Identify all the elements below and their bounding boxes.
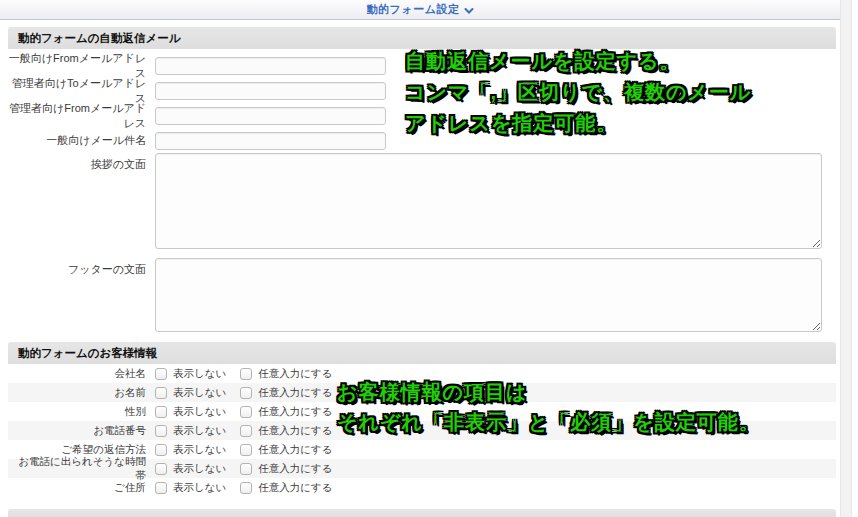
- optional-checkbox[interactable]: [240, 406, 252, 418]
- field-label: 管理者向けFromメールアドレス: [8, 101, 155, 131]
- annotation-auto-reply: 自動返信メールを設定する。 コンマ「,」区切りで、複数のメール アドレスを指定可…: [405, 46, 751, 139]
- optional-checkbox-group[interactable]: 任意入力にする: [240, 462, 332, 476]
- optional-checkbox[interactable]: [240, 482, 252, 494]
- optional-checkbox-label: 任意入力にする: [258, 481, 332, 495]
- form-settings-page: 動的フォーム設定 動的フォームの自動返信メール 一般向けFromメールアドレス …: [0, 0, 858, 517]
- optional-checkbox[interactable]: [240, 387, 252, 399]
- next-section-header-partial: [8, 509, 836, 517]
- annotation-line: 自動返信メールを設定する。: [405, 46, 751, 77]
- annotation-line: アドレスを指定可能。: [405, 108, 751, 139]
- row-label: お名前: [8, 386, 155, 400]
- from-address-admin-input[interactable]: [155, 107, 386, 125]
- footer-textarea[interactable]: [155, 258, 822, 332]
- hide-checkbox[interactable]: [155, 406, 167, 418]
- chevron-down-icon: [464, 1, 474, 19]
- row-label: 性別: [8, 405, 155, 419]
- optional-checkbox-group[interactable]: 任意入力にする: [240, 443, 332, 457]
- hide-checkbox[interactable]: [155, 463, 167, 475]
- form-row: 挨拶の文面: [8, 153, 836, 249]
- optional-checkbox-label: 任意入力にする: [258, 367, 332, 381]
- optional-checkbox-label: 任意入力にする: [258, 462, 332, 476]
- hide-checkbox-label: 表示しない: [173, 443, 226, 457]
- hide-checkbox[interactable]: [155, 425, 167, 437]
- annotation-line: お客様情報の項目は: [337, 377, 760, 407]
- hide-checkbox-group[interactable]: 表示しない: [155, 386, 226, 400]
- hide-checkbox[interactable]: [155, 368, 167, 380]
- hide-checkbox-group[interactable]: 表示しない: [155, 405, 226, 419]
- optional-checkbox-label: 任意入力にする: [258, 405, 332, 419]
- section-title: 動的フォームのお客様情報: [18, 346, 157, 361]
- optional-checkbox[interactable]: [240, 444, 252, 456]
- field-label: 挨拶の文面: [8, 153, 155, 172]
- hide-checkbox-label: 表示しない: [173, 367, 226, 381]
- optional-checkbox[interactable]: [240, 425, 252, 437]
- optional-checkbox-group[interactable]: 任意入力にする: [240, 424, 332, 438]
- form-settings-dropdown[interactable]: 動的フォーム設定: [0, 0, 841, 20]
- optional-checkbox[interactable]: [240, 463, 252, 475]
- hide-checkbox-label: 表示しない: [173, 481, 226, 495]
- vertical-scrollbar[interactable]: [840, 0, 852, 517]
- hide-checkbox-label: 表示しない: [173, 405, 226, 419]
- from-address-public-input[interactable]: [155, 57, 386, 75]
- optional-checkbox-label: 任意入力にする: [258, 424, 332, 438]
- customer-row-call-time: お電話に出られそうな時間帯 表示しない 任意入力にする: [8, 459, 836, 478]
- section-header-customer-info: 動的フォームのお客様情報: [8, 342, 836, 364]
- hide-checkbox-group[interactable]: 表示しない: [155, 481, 226, 495]
- hide-checkbox-label: 表示しない: [173, 462, 226, 476]
- optional-checkbox-group[interactable]: 任意入力にする: [240, 367, 332, 381]
- hide-checkbox[interactable]: [155, 444, 167, 456]
- annotation-line: コンマ「,」区切りで、複数のメール: [405, 77, 751, 108]
- optional-checkbox[interactable]: [240, 368, 252, 380]
- to-address-admin-input[interactable]: [155, 82, 386, 100]
- hide-checkbox-group[interactable]: 表示しない: [155, 462, 226, 476]
- row-label: お電話に出られそうな時間帯: [8, 455, 155, 483]
- row-label: お電話番号: [8, 424, 155, 438]
- annotation-customer-info: お客様情報の項目は それぞれ「非表示」と「必須」を設定可能。: [337, 377, 760, 437]
- hide-checkbox[interactable]: [155, 387, 167, 399]
- row-label: ご住所: [8, 481, 155, 495]
- optional-checkbox-group[interactable]: 任意入力にする: [240, 405, 332, 419]
- optional-checkbox-group[interactable]: 任意入力にする: [240, 386, 332, 400]
- customer-row-address: ご住所 表示しない 任意入力にする: [8, 478, 836, 497]
- field-label: 一般向けメール件名: [8, 133, 155, 148]
- hide-checkbox-group[interactable]: 表示しない: [155, 443, 226, 457]
- optional-checkbox-label: 任意入力にする: [258, 443, 332, 457]
- field-label: フッターの文面: [8, 258, 155, 277]
- dropdown-title: 動的フォーム設定: [367, 2, 460, 17]
- hide-checkbox-label: 表示しない: [173, 386, 226, 400]
- optional-checkbox-group[interactable]: 任意入力にする: [240, 481, 332, 495]
- section-title: 動的フォームの自動返信メール: [18, 31, 181, 46]
- hide-checkbox-group[interactable]: 表示しない: [155, 424, 226, 438]
- hide-checkbox[interactable]: [155, 482, 167, 494]
- hide-checkbox-label: 表示しない: [173, 424, 226, 438]
- annotation-line: それぞれ「非表示」と「必須」を設定可能。: [337, 407, 760, 437]
- hide-checkbox-group[interactable]: 表示しない: [155, 367, 226, 381]
- row-label: 会社名: [8, 367, 155, 381]
- mail-subject-input[interactable]: [155, 132, 386, 150]
- optional-checkbox-label: 任意入力にする: [258, 386, 332, 400]
- greeting-textarea[interactable]: [155, 153, 822, 249]
- form-row: フッターの文面: [8, 258, 836, 332]
